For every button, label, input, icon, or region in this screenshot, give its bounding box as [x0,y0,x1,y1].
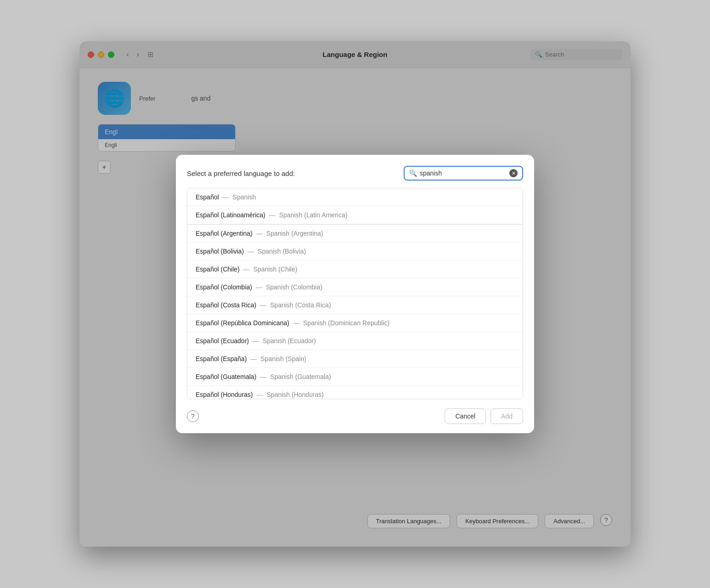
lang-native-label: Español [196,193,219,201]
modal-search-clear-button[interactable]: ✕ [509,169,518,177]
list-item[interactable]: Español (Bolivia) — Spanish (Bolivia) [187,243,523,260]
lang-native-label: Español (Chile) [196,266,240,273]
lang-english-label: Spanish (Argentina) [266,230,323,237]
lang-dash: — [243,266,250,273]
lang-dash: — [293,319,299,327]
add-button[interactable]: Add [490,408,523,424]
lang-dash: — [223,193,229,201]
list-item[interactable]: Español (España) — Spanish (Spain) [187,350,523,368]
lang-native-label: Español (República Dominicana) [196,319,289,327]
list-item[interactable]: Español (Costa Rica) — Spanish (Costa Ri… [187,296,523,314]
lang-dash: — [253,337,259,345]
modal-search-icon: 🔍 [409,170,417,177]
lang-dash: — [260,373,266,380]
cancel-button[interactable]: Cancel [445,408,486,424]
lang-native-label: Español (España) [196,355,247,362]
modal-header: Select a preferred language to add: 🔍 ✕ [187,166,523,181]
modal-help-button[interactable]: ? [187,410,199,422]
lang-dash: — [256,283,262,291]
lang-native-label: Español (Costa Rica) [196,301,256,309]
lang-english-label: Spanish [233,193,256,201]
modal-search-input[interactable] [420,170,507,177]
list-item[interactable]: Español — Spanish [187,188,523,206]
list-item[interactable]: Español (Argentina) — Spanish (Argentina… [187,224,523,243]
lang-native-label: Español (Argentina) [196,230,253,237]
lang-english-label: Spanish (Chile) [254,266,298,273]
lang-dash: — [269,211,276,219]
lang-english-label: Spanish (Spain) [260,355,306,362]
lang-english-label: Spanish (Guatemala) [270,373,331,380]
lang-native-label: Español (Bolivia) [196,248,244,255]
modal-search-box[interactable]: 🔍 ✕ [404,166,523,181]
lang-dash: — [248,248,254,255]
lang-english-label: Spanish (Bolivia) [258,248,306,255]
lang-english-label: Spanish (Latin America) [279,211,348,219]
modal-overlay: Select a preferred language to add: 🔍 ✕ … [79,41,631,547]
lang-english-label: Spanish (Dominican Republic) [303,319,389,327]
list-item[interactable]: Español (Guatemala) — Spanish (Guatemala… [187,368,523,386]
list-item[interactable]: Español (Latinoamérica) — Spanish (Latin… [187,206,523,224]
lang-native-label: Español (Ecuador) [196,337,249,345]
language-list[interactable]: Español — SpanishEspañol (Latinoamérica)… [187,188,523,399]
modal-title: Select a preferred language to add: [187,170,295,177]
main-window: ‹ › ⊞ Language & Region 🔍 🌐 Prefer gs an… [79,41,631,547]
list-item[interactable]: Español (Ecuador) — Spanish (Ecuador) [187,332,523,350]
lang-dash: — [250,355,257,362]
list-item[interactable]: Español (Honduras) — Spanish (Honduras) [187,386,523,399]
lang-dash: — [257,391,263,398]
lang-english-label: Spanish (Ecuador) [263,337,316,345]
modal-action-buttons: Cancel Add [445,408,523,424]
list-item[interactable]: Español (Colombia) — Spanish (Colombia) [187,278,523,296]
list-item[interactable]: Español (República Dominicana) — Spanish… [187,314,523,332]
lang-english-label: Spanish (Honduras) [267,391,324,398]
lang-dash: — [256,230,263,237]
lang-native-label: Español (Honduras) [196,391,253,398]
lang-dash: — [260,301,266,309]
modal-footer: ? Cancel Add [187,407,523,424]
lang-native-label: Español (Guatemala) [196,373,256,380]
list-item[interactable]: Español (Chile) — Spanish (Chile) [187,260,523,278]
lang-english-label: Spanish (Costa Rica) [270,301,331,309]
language-picker-modal: Select a preferred language to add: 🔍 ✕ … [176,155,534,433]
lang-native-label: Español (Latinoamérica) [196,211,265,219]
lang-native-label: Español (Colombia) [196,283,252,291]
lang-english-label: Spanish (Colombia) [266,283,322,291]
